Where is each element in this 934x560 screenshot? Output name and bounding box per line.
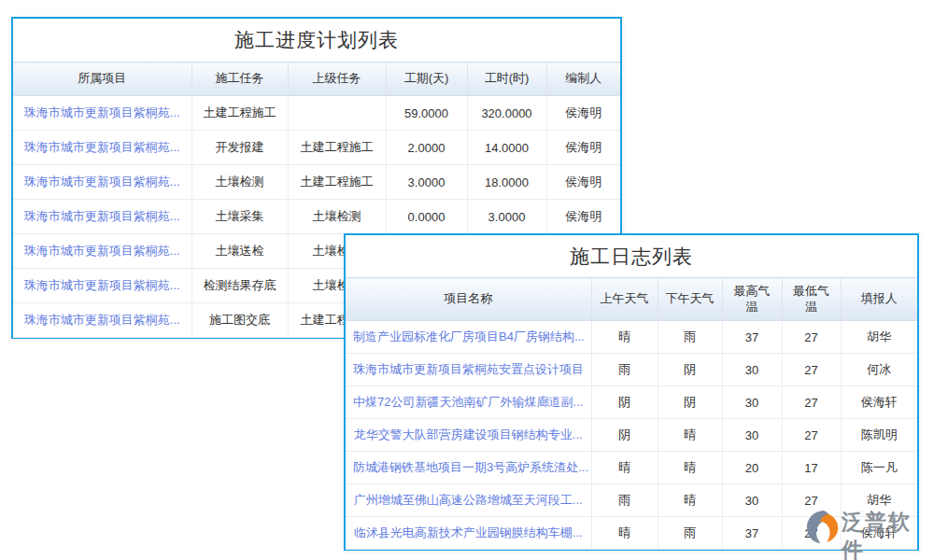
- plan-window-title: 施工进度计划列表: [13, 19, 620, 62]
- cell-max: 30: [722, 386, 782, 419]
- log-col-am-weather: 上午天气: [591, 278, 658, 321]
- cell-task: 土壤送检: [191, 234, 288, 269]
- cell-min: 27: [782, 517, 841, 550]
- cell-min: 27: [782, 484, 841, 517]
- cell-project[interactable]: 制造产业园标准化厂房项目B4厂房钢结构...: [346, 321, 591, 354]
- cell-pm: 晴: [658, 452, 722, 484]
- cell-pm: 阴: [658, 386, 722, 419]
- cell-author: 侯海轩: [841, 517, 917, 550]
- cell-author: 侯海明: [546, 131, 620, 165]
- cell-min: 27: [782, 354, 841, 386]
- cell-task: 土壤采集: [191, 200, 288, 234]
- log-header-row: 项目名称 上午天气 下午天气 最高气温 最低气温 填报人: [346, 278, 917, 321]
- table-row: 珠海市城市更新项目紫桐苑...开发报建土建工程施工2.000014.0000侯海…: [13, 131, 620, 165]
- cell-project[interactable]: 珠海市城市更新项目紫桐苑...: [13, 234, 191, 269]
- cell-author: 胡华: [841, 484, 917, 517]
- log-col-reporter: 填报人: [841, 278, 917, 321]
- cell-am: 阴: [591, 386, 658, 419]
- plan-col-work-hours: 工时(时): [467, 63, 546, 96]
- cell-project[interactable]: 珠海市城市更新项目紫桐苑...: [13, 200, 191, 234]
- cell-am: 雨: [591, 354, 658, 386]
- cell-am: 阴: [591, 419, 658, 452]
- cell-pm: 阴: [658, 354, 722, 386]
- cell-parent: 土建工程施工: [288, 165, 386, 200]
- cell-project[interactable]: 珠海市城市更新项目紫桐苑...: [13, 269, 191, 303]
- table-row: 珠海市城市更新项目紫桐苑...土壤采集土壤检测0.00003.0000侯海明: [13, 200, 620, 234]
- cell-parent: 土壤检测: [288, 200, 386, 234]
- cell-duration: 2.0000: [386, 131, 467, 165]
- cell-min: 27: [782, 419, 841, 452]
- cell-task: 施工图交底: [191, 303, 288, 338]
- cell-task: 土壤检测: [191, 165, 288, 200]
- cell-author: 陈一凡: [841, 452, 917, 484]
- cell-project[interactable]: 珠海市城市更新项目紫桐苑安置点设计项目: [346, 354, 591, 386]
- cell-project[interactable]: 珠海市城市更新项目紫桐苑...: [13, 131, 191, 165]
- cell-duration: 59.0000: [386, 96, 467, 131]
- cell-project[interactable]: 珠海市城市更新项目紫桐苑...: [13, 303, 191, 338]
- table-row: 中煤72公司新疆天池南矿厂外输煤廊道副...阴阴3027侯海轩: [346, 386, 917, 419]
- cell-project[interactable]: 龙华交警大队部营房建设项目钢结构专业...: [346, 419, 591, 452]
- cell-parent: [288, 96, 386, 131]
- table-row: 临沭县光电高新技术产业园钢膜结构车棚...晴雨3727侯海轩: [346, 517, 917, 550]
- log-col-pm-weather: 下午天气: [658, 278, 722, 321]
- cell-parent: 土建工程施工: [288, 131, 386, 165]
- cell-author: 陈凯明: [841, 419, 917, 452]
- cell-min: 27: [782, 386, 841, 419]
- cell-hours: 18.0000: [467, 165, 546, 200]
- plan-col-task: 施工任务: [191, 63, 288, 96]
- cell-author: 何冰: [841, 354, 917, 386]
- cell-duration: 3.0000: [386, 165, 467, 200]
- cell-project[interactable]: 临沭县光电高新技术产业园钢膜结构车棚...: [346, 517, 591, 550]
- table-row: 广州增城至佛山高速公路增城至天河段工...雨晴3027胡华: [346, 484, 917, 517]
- cell-author: 侯海明: [546, 165, 620, 200]
- cell-max: 37: [722, 517, 782, 550]
- table-row: 珠海市城市更新项目紫桐苑安置点设计项目雨阴3027何冰: [346, 354, 917, 386]
- plan-col-duration-days: 工期(天): [386, 63, 467, 96]
- cell-hours: 14.0000: [467, 131, 546, 165]
- cell-pm: 雨: [658, 321, 722, 354]
- cell-author: 侯海明: [546, 200, 620, 234]
- cell-max: 37: [722, 321, 782, 354]
- cell-am: 晴: [591, 452, 658, 484]
- cell-max: 30: [722, 354, 782, 386]
- cell-max: 20: [722, 452, 782, 484]
- cell-project[interactable]: 广州增城至佛山高速公路增城至天河段工...: [346, 484, 591, 517]
- log-col-project-name: 项目名称: [346, 278, 591, 321]
- cell-author: 侯海轩: [841, 386, 917, 419]
- table-row: 珠海市城市更新项目紫桐苑...土建工程施工59.0000320.0000侯海明: [13, 96, 620, 131]
- cell-project[interactable]: 防城港钢铁基地项目一期3号高炉系统渣处...: [346, 452, 591, 484]
- cell-min: 17: [782, 452, 841, 484]
- log-window-title: 施工日志列表: [346, 235, 917, 277]
- cell-task: 土建工程施工: [191, 96, 288, 131]
- plan-col-parent-task: 上级任务: [288, 63, 386, 96]
- table-row: 制造产业园标准化厂房项目B4厂房钢结构...晴雨3727胡华: [346, 321, 917, 354]
- log-col-max-temp: 最高气温: [722, 278, 782, 321]
- cell-author: 胡华: [841, 321, 917, 354]
- plan-col-author: 编制人: [546, 63, 620, 96]
- cell-hours: 3.0000: [467, 200, 546, 234]
- log-list-window: 施工日志列表 项目名称 上午天气 下午天气 最高气温 最低气温 填报人 制造产业…: [344, 233, 919, 551]
- cell-am: 雨: [591, 484, 658, 517]
- log-table: 项目名称 上午天气 下午天气 最高气温 最低气温 填报人 制造产业园标准化厂房项…: [346, 277, 917, 550]
- cell-author: 侯海明: [546, 96, 620, 131]
- cell-project[interactable]: 珠海市城市更新项目紫桐苑...: [13, 165, 191, 200]
- table-row: 防城港钢铁基地项目一期3号高炉系统渣处...晴晴2017陈一凡: [346, 452, 917, 484]
- cell-pm: 晴: [658, 419, 722, 452]
- cell-pm: 雨: [658, 517, 722, 550]
- table-row: 珠海市城市更新项目紫桐苑...土壤检测土建工程施工3.000018.0000侯海…: [13, 165, 620, 200]
- cell-min: 27: [782, 321, 841, 354]
- cell-project[interactable]: 珠海市城市更新项目紫桐苑...: [13, 96, 191, 131]
- plan-col-project: 所属项目: [13, 63, 191, 96]
- cell-project[interactable]: 中煤72公司新疆天池南矿厂外输煤廊道副...: [346, 386, 591, 419]
- cell-hours: 320.0000: [467, 96, 546, 131]
- table-row: 龙华交警大队部营房建设项目钢结构专业...阴晴3027陈凯明: [346, 419, 917, 452]
- plan-header-row: 所属项目 施工任务 上级任务 工期(天) 工时(时) 编制人: [13, 63, 620, 96]
- cell-max: 30: [722, 484, 782, 517]
- cell-duration: 0.0000: [386, 200, 467, 234]
- cell-pm: 晴: [658, 484, 722, 517]
- cell-task: 检测结果存底: [191, 269, 288, 303]
- cell-task: 开发报建: [191, 131, 288, 165]
- cell-max: 30: [722, 419, 782, 452]
- cell-am: 晴: [591, 517, 658, 550]
- log-col-min-temp: 最低气温: [782, 278, 841, 321]
